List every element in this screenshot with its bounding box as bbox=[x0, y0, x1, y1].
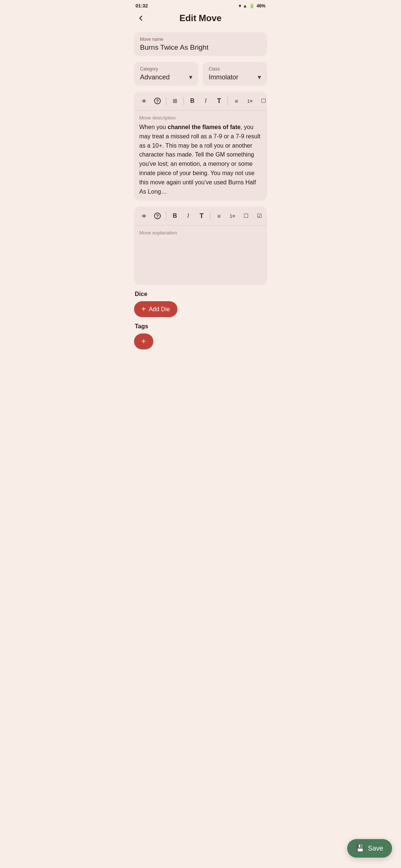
checked-box-icon: ☑ bbox=[257, 213, 262, 219]
category-label: Category bbox=[140, 66, 192, 72]
description-table-button[interactable]: ⊞ bbox=[169, 95, 181, 107]
explanation-bold-button[interactable]: B bbox=[169, 210, 181, 222]
description-placeholder: Move description bbox=[139, 115, 262, 121]
explanation-checked-box-button[interactable]: ☑ bbox=[253, 210, 265, 222]
battery-percent: 46% bbox=[257, 3, 265, 9]
explanation-list-button[interactable]: ≡ bbox=[213, 210, 225, 222]
add-die-label: Add Die bbox=[149, 306, 170, 313]
toolbar-sep-3 bbox=[228, 96, 228, 105]
description-editor-card: ? ⊞ B I T ≡ 1≡ ☐ Move description When bbox=[134, 92, 267, 201]
class-value: Immolator bbox=[209, 73, 238, 81]
category-chevron-icon: ▾ bbox=[189, 73, 192, 81]
signal-icon: ▲ bbox=[243, 3, 247, 9]
status-icons: ▾ ▲ 🔋 46% bbox=[239, 3, 265, 9]
description-box-button[interactable]: ☐ bbox=[257, 95, 267, 107]
explanation-preview-button[interactable] bbox=[138, 210, 150, 222]
add-die-button[interactable]: + Add Die bbox=[134, 301, 177, 317]
class-select[interactable]: Immolator ▾ bbox=[209, 73, 261, 81]
description-editor-area[interactable]: Move description When you channel the fl… bbox=[134, 111, 267, 201]
explanation-editor-card: ? B I T ≡ 1≡ ☐ ☑ Move explanation bbox=[134, 207, 267, 285]
tags-controls: + bbox=[134, 333, 267, 349]
battery-icon: 🔋 bbox=[249, 3, 255, 9]
list-icon-2: ≡ bbox=[218, 213, 221, 219]
move-name-label: Move name bbox=[140, 37, 261, 42]
description-help-button[interactable]: ? bbox=[151, 95, 164, 107]
description-toolbar: ? ⊞ B I T ≡ 1≡ ☐ bbox=[134, 92, 267, 111]
description-bold-button[interactable]: B bbox=[186, 95, 199, 107]
status-bar: 01:32 ▾ ▲ 🔋 46% bbox=[128, 0, 273, 10]
explanation-bigT-button[interactable]: T bbox=[195, 210, 208, 222]
explanation-italic-button[interactable]: I bbox=[182, 210, 195, 222]
toolbar-sep-1 bbox=[166, 96, 166, 105]
add-tag-button[interactable]: + bbox=[134, 333, 153, 349]
description-bigT-button[interactable]: T bbox=[213, 95, 225, 107]
back-button[interactable] bbox=[134, 11, 147, 25]
move-name-field[interactable]: Move name Burns Twice As Bright bbox=[134, 32, 267, 56]
description-text: When you channel the flames of fate, you… bbox=[139, 123, 262, 196]
wifi-icon: ▾ bbox=[239, 3, 241, 9]
eye-icon-2 bbox=[141, 213, 147, 219]
page-title: Edit Move bbox=[179, 13, 221, 23]
box-icon: ☐ bbox=[261, 98, 266, 104]
dice-controls: + Add Die bbox=[134, 301, 267, 317]
toolbar-sep-4 bbox=[166, 211, 166, 220]
explanation-placeholder: Move explanation bbox=[139, 230, 262, 236]
class-chevron-icon: ▾ bbox=[258, 73, 261, 81]
dice-label: Dice bbox=[134, 291, 267, 297]
explanation-editor-area[interactable]: Move explanation bbox=[134, 226, 267, 285]
category-class-row: Category Advanced ▾ Class Immolator ▾ bbox=[134, 62, 267, 86]
status-time: 01:32 bbox=[136, 3, 148, 9]
list-icon: ≡ bbox=[235, 98, 238, 104]
numlist-icon-2: 1≡ bbox=[230, 213, 235, 219]
box-icon-2: ☐ bbox=[244, 213, 248, 219]
class-field[interactable]: Class Immolator ▾ bbox=[203, 62, 267, 86]
explanation-box-button[interactable]: ☐ bbox=[239, 210, 252, 222]
description-italic-button[interactable]: I bbox=[199, 95, 212, 107]
description-numlist-button[interactable]: 1≡ bbox=[244, 95, 256, 107]
question-icon-2: ? bbox=[154, 213, 161, 219]
class-label: Class bbox=[209, 66, 261, 72]
explanation-toolbar: ? B I T ≡ 1≡ ☐ ☑ bbox=[134, 207, 267, 226]
table-icon: ⊞ bbox=[173, 98, 177, 104]
numlist-icon: 1≡ bbox=[247, 98, 253, 104]
category-select[interactable]: Advanced ▾ bbox=[140, 73, 192, 81]
plus-icon-tags: + bbox=[141, 337, 146, 346]
toolbar-sep-2 bbox=[183, 96, 184, 105]
description-preview-button[interactable] bbox=[138, 95, 150, 107]
eye-icon bbox=[141, 98, 147, 104]
content: Move name Burns Twice As Bright Category… bbox=[128, 28, 273, 391]
category-field[interactable]: Category Advanced ▾ bbox=[134, 62, 198, 86]
dice-section: Dice + Add Die bbox=[134, 291, 267, 317]
explanation-help-button[interactable]: ? bbox=[151, 210, 164, 222]
question-icon: ? bbox=[154, 98, 161, 104]
explanation-numlist-button[interactable]: 1≡ bbox=[226, 210, 239, 222]
description-list-button[interactable]: ≡ bbox=[230, 95, 243, 107]
tags-section: Tags + bbox=[134, 323, 267, 387]
tags-label: Tags bbox=[134, 323, 267, 330]
top-bar: Edit Move bbox=[128, 10, 273, 28]
toolbar-sep-5 bbox=[210, 211, 211, 220]
move-name-value: Burns Twice As Bright bbox=[140, 43, 261, 52]
category-value: Advanced bbox=[140, 73, 170, 81]
plus-icon: + bbox=[141, 305, 146, 313]
